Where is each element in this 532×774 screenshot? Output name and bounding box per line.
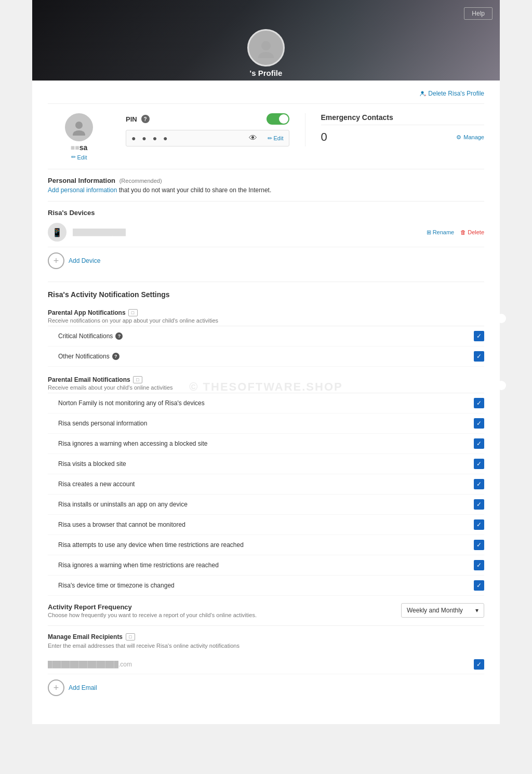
email-notif-checkbox-0[interactable]: ✓ — [474, 398, 484, 408]
critical-notifications-label: Critical Notifications ? — [58, 332, 474, 340]
personal-info-desc: Add personal information that you do not… — [48, 186, 484, 194]
personal-info-title: Personal Information — [48, 177, 115, 184]
add-device-label: Add Device — [69, 257, 100, 264]
email-notif-checkbox-8[interactable]: ✓ — [474, 560, 484, 570]
recommended-label: (Recommended) — [119, 178, 162, 184]
email-item: ████████████████.com ✓ — [48, 655, 484, 674]
delete-profile-link[interactable]: × Delete Risa's Profile — [419, 90, 484, 97]
parental-email-desc: Receive emails about your child's online… — [48, 384, 173, 391]
parental-app-desc: Receive notifications on your app about … — [48, 317, 218, 324]
manage-link[interactable]: ⚙ Manage — [456, 134, 484, 141]
add-device-icon: + — [48, 252, 64, 269]
header-banner: Help 's Profile — [32, 0, 500, 81]
add-personal-info-link[interactable]: Add personal information — [48, 186, 117, 194]
gear-icon: ⚙ — [456, 134, 461, 141]
email-notif-label-4: Risa creates a new account — [58, 481, 474, 488]
pin-header: PIN ? — [126, 113, 289, 125]
help-button[interactable]: Help — [464, 7, 493, 20]
email-notif-item-8: Risa ignores a warning when time restric… — [48, 555, 484, 576]
email-notif-checkbox-5[interactable]: ✓ — [474, 499, 484, 510]
expand-icon[interactable]: □ — [128, 309, 138, 316]
svg-point-4 — [75, 122, 83, 129]
email-recipients-expand-icon[interactable]: □ — [126, 633, 135, 640]
email-notif-label-1: Risa sends personal information — [58, 420, 474, 427]
email-notif-item-4: Risa creates a new account ✓ — [48, 474, 484, 495]
svg-point-5 — [73, 130, 85, 136]
parental-app-block: Parental App Notifications □ Receive not… — [48, 304, 484, 367]
pin-section: PIN ? ● ● ● ● 👁 ✏ Edit — [110, 113, 305, 146]
pin-toggle[interactable] — [267, 113, 289, 125]
devices-section: Risa's Devices 📱 ████████████ ⊞ Rename 🗑… — [48, 202, 484, 282]
email-notif-checkbox-3[interactable]: ✓ — [474, 459, 484, 469]
critical-notifications-checkbox[interactable]: ✓ — [474, 331, 484, 341]
email-notif-item-5: Risa installs or uninstalls an app on an… — [48, 495, 484, 515]
other-notifications-checkbox[interactable]: ✓ — [474, 351, 484, 362]
personal-info-section: Personal Information (Recommended) Add p… — [48, 169, 484, 202]
pencil-icon: ✏ — [71, 154, 76, 161]
email-notif-item-0: Norton Family is not monitoring any of R… — [48, 393, 484, 413]
parental-app-title: Parental App Notifications □ — [48, 309, 218, 316]
email-notif-item-7: Risa attempts to use any device when tim… — [48, 535, 484, 555]
delete-profile-row: × Delete Risa's Profile — [48, 86, 484, 104]
header-title: 's Profile — [250, 69, 283, 77]
device-actions: ⊞ Rename 🗑 Delete — [427, 229, 484, 236]
device-icon: 📱 — [48, 223, 66, 242]
pin-edit-link[interactable]: ✏ Edit — [268, 135, 284, 142]
pin-help-icon[interactable]: ? — [141, 115, 150, 123]
add-email-row[interactable]: + Add Email — [48, 674, 484, 701]
activity-report-dropdown[interactable]: Weekly and Monthly ▾ — [401, 603, 484, 618]
header-avatar-icon — [247, 29, 285, 66]
email-recipients-desc: Enter the email addresses that will rece… — [48, 643, 484, 649]
other-help-icon[interactable]: ? — [112, 353, 119, 360]
email-notif-label-0: Norton Family is not monitoring any of R… — [58, 399, 474, 407]
parental-email-header: Parental Email Notifications □ Receive e… — [48, 371, 484, 393]
other-notifications-label: Other Notifications ? — [58, 353, 474, 360]
profile-edit-link[interactable]: ✏ Edit — [71, 154, 87, 161]
main-content: × Delete Risa's Profile ■■sa ✏ — [32, 81, 500, 724]
email-notif-checkbox-9[interactable]: ✓ — [474, 580, 484, 591]
critical-help-icon[interactable]: ? — [115, 332, 123, 340]
pin-stars: ● ● ● ● — [131, 134, 170, 142]
activity-report-left: Activity Report Frequency Choose how fre… — [48, 603, 401, 618]
delete-device-button[interactable]: 🗑 Delete — [460, 229, 484, 236]
expand-icon-email[interactable]: □ — [133, 376, 142, 383]
profile-name: ■■sa — [71, 143, 88, 152]
email-notif-item-9: Risa's device time or timezone is change… — [48, 576, 484, 596]
chevron-down-icon: ▾ — [475, 607, 478, 614]
pin-label: PIN — [126, 115, 137, 123]
email-recipients-header-row: Manage Email Recipients □ — [48, 633, 484, 640]
rename-icon: ⊞ — [427, 229, 431, 236]
parental-email-block: Parental Email Notifications □ Receive e… — [48, 371, 484, 596]
eye-icon[interactable]: 👁 — [249, 134, 257, 143]
email-notif-checkbox-6[interactable]: ✓ — [474, 519, 484, 530]
add-device-row[interactable]: + Add Device — [48, 247, 484, 274]
email-notif-label-5: Risa installs or uninstalls an app on an… — [58, 501, 474, 508]
email-recipients-title: Manage Email Recipients — [48, 633, 123, 640]
email-notif-label-9: Risa's device time or timezone is change… — [58, 582, 474, 589]
email-notif-checkbox-2[interactable]: ✓ — [474, 438, 484, 449]
email-notif-checkbox-4[interactable]: ✓ — [474, 479, 484, 489]
emergency-row: 0 ⚙ Manage — [321, 130, 485, 144]
activity-report-title: Activity Report Frequency — [48, 603, 401, 611]
email-notif-items: Norton Family is not monitoring any of R… — [48, 393, 484, 596]
pin-row: ● ● ● ● 👁 ✏ Edit — [126, 130, 289, 146]
email-notif-item-2: Risa ignores a warning when accessing a … — [48, 434, 484, 454]
email-notif-checkbox-1[interactable]: ✓ — [474, 418, 484, 429]
emergency-contacts-title: Emergency Contacts — [321, 113, 485, 125]
rename-button[interactable]: ⊞ Rename — [427, 229, 455, 236]
email-notif-checkbox-7[interactable]: ✓ — [474, 540, 484, 550]
add-email-label: Add Email — [69, 684, 97, 691]
svg-text:×: × — [424, 94, 426, 97]
email-notif-item-1: Risa sends personal information ✓ — [48, 413, 484, 434]
email-notif-label-3: Risa visits a blocked site — [58, 460, 474, 468]
svg-point-1 — [258, 52, 274, 58]
profile-left: ■■sa ✏ Edit — [48, 113, 110, 161]
activity-report-desc: Choose how frequently you want to receiv… — [48, 612, 401, 618]
svg-point-2 — [421, 91, 424, 94]
email-notif-label-8: Risa ignores a warning when time restric… — [58, 562, 474, 569]
header-avatar-area: 's Profile — [247, 29, 285, 81]
email-notif-item-6: Risa uses a browser that cannot be monit… — [48, 515, 484, 535]
emergency-section: Emergency Contacts 0 ⚙ Manage — [305, 113, 485, 144]
email-address: ████████████████.com — [48, 661, 474, 668]
email-checkbox[interactable]: ✓ — [474, 659, 484, 670]
